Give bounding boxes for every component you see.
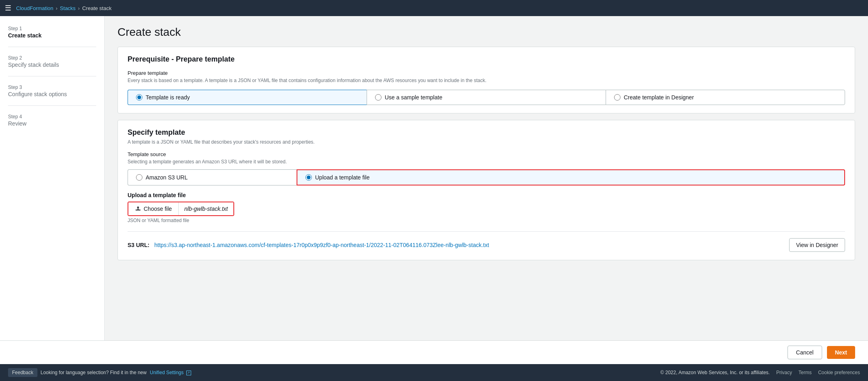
template-ready-radio[interactable]	[136, 94, 142, 101]
breadcrumb-cloudformation[interactable]: CloudFormation	[16, 5, 54, 11]
upload-icon	[135, 206, 141, 212]
prepare-template-desc: Every stack is based on a template. A te…	[128, 78, 845, 83]
s3-url-label: Amazon S3 URL	[146, 174, 188, 181]
choose-file-button[interactable]: Choose file	[128, 202, 179, 215]
designer-option[interactable]: Create template in Designer	[606, 90, 845, 105]
footer: Feedback Looking for language selection?…	[0, 364, 868, 381]
unified-settings-link[interactable]: Unified Settings ↗	[150, 370, 191, 375]
designer-radio[interactable]	[614, 94, 621, 101]
s3-url-radio[interactable]	[136, 174, 142, 181]
specify-title: Specify template	[128, 128, 845, 137]
unified-settings-label: Unified Settings	[150, 370, 183, 375]
sample-template-radio[interactable]	[375, 94, 381, 101]
step-4-label: Step 4	[8, 114, 96, 119]
step-2-item: Step 2 Specify stack details	[8, 55, 96, 76]
prepare-template-label: Prepare template	[128, 70, 845, 76]
selected-file-name: nlb-gwlb-stack.txt	[179, 202, 233, 215]
template-ready-option[interactable]: Template is ready	[128, 90, 367, 105]
upload-file-radio[interactable]	[305, 174, 312, 181]
step-4-name: Review	[8, 120, 96, 127]
breadcrumb: CloudFormation › Stacks › Create stack	[16, 5, 111, 11]
template-ready-label: Template is ready	[146, 94, 190, 101]
upload-file-area: Choose file nlb-gwlb-stack.txt	[128, 202, 234, 216]
breadcrumb-sep-1: ›	[56, 5, 58, 11]
svg-rect-0	[136, 210, 140, 210]
upload-file-option[interactable]: Upload a template file	[297, 169, 845, 185]
step-3-item: Step 3 Configure stack options	[8, 84, 96, 106]
top-nav: ☰ CloudFormation › Stacks › Create stack	[0, 0, 868, 16]
privacy-link[interactable]: Privacy	[776, 370, 792, 375]
s3-url-section-label: S3 URL:	[128, 242, 149, 248]
upload-file-label: Upload a template file	[315, 174, 369, 181]
upload-section-label: Upload a template file	[128, 192, 845, 198]
template-source-radio-group: Amazon S3 URL Upload a template file	[128, 169, 845, 185]
footer-left: Feedback Looking for language selection?…	[8, 368, 191, 377]
specify-desc: A template is a JSON or YAML file that d…	[128, 139, 845, 145]
s3-url-option[interactable]: Amazon S3 URL	[128, 169, 297, 185]
step-1-item: Step 1 Create stack	[8, 26, 96, 47]
terms-link[interactable]: Terms	[798, 370, 812, 375]
svg-marker-2	[137, 206, 139, 208]
designer-label: Create template in Designer	[624, 94, 694, 101]
external-link-icon: ↗	[186, 371, 191, 375]
breadcrumb-current: Create stack	[82, 5, 111, 11]
specify-template-card: Specify template A template is a JSON or…	[118, 120, 855, 260]
prepare-template-radio-group: Template is ready Use a sample template …	[128, 90, 845, 105]
sidebar: Step 1 Create stack Step 2 Specify stack…	[0, 16, 105, 340]
copyright-text: © 2022, Amazon Web Services, Inc. or its…	[660, 370, 770, 375]
source-label: Template source	[128, 151, 845, 157]
hamburger-icon[interactable]: ☰	[5, 4, 11, 12]
breadcrumb-sep-2: ›	[78, 5, 80, 11]
cookie-preferences-link[interactable]: Cookie preferences	[818, 370, 860, 375]
choose-file-label: Choose file	[144, 206, 172, 212]
content-area: Create stack Prerequisite - Prepare temp…	[105, 16, 868, 340]
sample-template-label: Use a sample template	[385, 94, 442, 101]
step-3-label: Step 3	[8, 84, 96, 90]
footer-right: © 2022, Amazon Web Services, Inc. or its…	[660, 370, 860, 375]
prerequisite-title: Prerequisite - Prepare template	[128, 55, 845, 64]
step-1-label: Step 1	[8, 26, 96, 31]
breadcrumb-stacks[interactable]: Stacks	[60, 5, 76, 11]
prerequisite-card: Prerequisite - Prepare template Prepare …	[118, 47, 855, 113]
footer-info-text: Looking for language selection? Find it …	[41, 370, 147, 375]
step-3-name: Configure stack options	[8, 91, 96, 97]
step-2-name: Specify stack details	[8, 62, 96, 68]
file-format-hint: JSON or YAML formatted file	[128, 218, 845, 223]
bottom-action-bar: Cancel Next	[0, 340, 868, 364]
source-desc: Selecting a template generates an Amazon…	[128, 159, 845, 165]
main-layout: Step 1 Create stack Step 2 Specify stack…	[0, 16, 868, 340]
step-1-name: Create stack	[8, 32, 96, 39]
sample-template-option[interactable]: Use a sample template	[367, 90, 606, 105]
cancel-button[interactable]: Cancel	[788, 346, 822, 359]
step-2-label: Step 2	[8, 55, 96, 61]
feedback-button[interactable]: Feedback	[8, 368, 37, 377]
next-button[interactable]: Next	[827, 346, 855, 359]
page-title: Create stack	[118, 26, 855, 39]
s3-url-row: S3 URL: https://s3.ap-northeast-1.amazon…	[128, 231, 845, 252]
step-4-item: Step 4 Review	[8, 114, 96, 135]
s3-url-value[interactable]: https://s3.ap-northeast-1.amazonaws.com/…	[154, 242, 784, 248]
view-designer-button[interactable]: View in Designer	[789, 238, 845, 252]
